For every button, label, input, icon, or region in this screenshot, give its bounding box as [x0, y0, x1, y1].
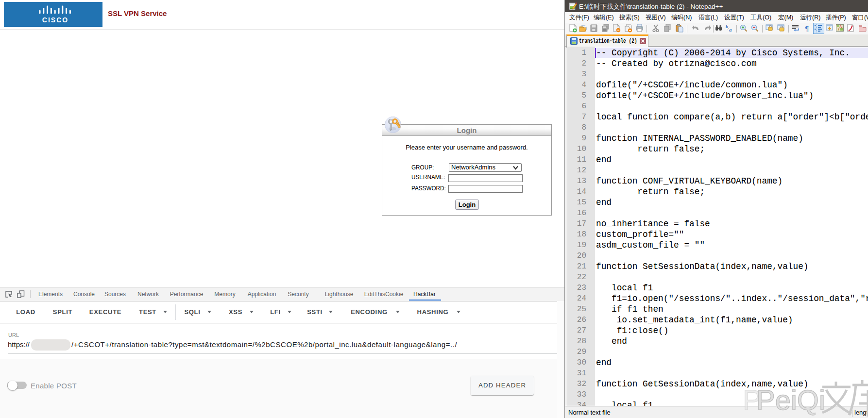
svg-text:PeiQi: PeiQi [756, 384, 825, 416]
svg-text:¶: ¶ [805, 25, 809, 33]
svg-text:CISCO: CISCO [42, 16, 68, 24]
svg-text:b: b [726, 24, 728, 29]
svg-text:a: a [729, 27, 732, 33]
